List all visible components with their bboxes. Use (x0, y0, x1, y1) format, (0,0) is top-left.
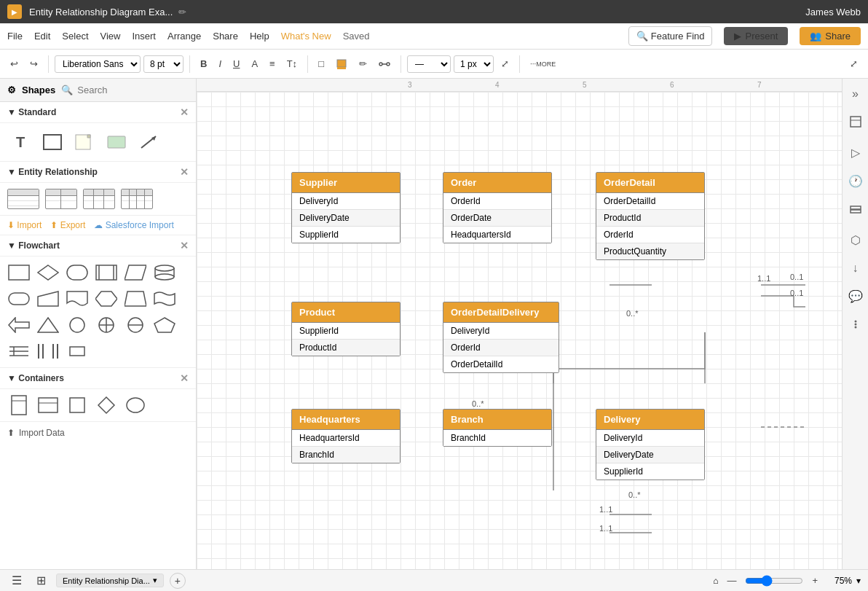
fc-circle[interactable] (66, 315, 89, 335)
more-button[interactable]: ···MORE (526, 57, 560, 71)
play-right-icon[interactable]: ▷ (848, 143, 863, 163)
section-entity-relationship[interactable]: ▼ Entity Relationship ✕ (0, 162, 196, 183)
underline-button[interactable]: U (229, 55, 244, 72)
section-standard[interactable]: ▼ Standard ✕ (0, 102, 196, 123)
format-icon[interactable] (846, 112, 865, 134)
share-button[interactable]: 👥 Share (800, 27, 861, 45)
export-button[interactable]: ⬆ Export (50, 220, 85, 230)
menu-insert[interactable]: Insert (132, 31, 156, 42)
entity-branch[interactable]: Branch BranchId (443, 409, 552, 447)
clock-icon[interactable]: 🕐 (845, 171, 866, 191)
fill-button[interactable]: □ (314, 55, 328, 72)
font-size-select[interactable]: 8 pt (143, 55, 184, 73)
connection-style-button[interactable] (374, 55, 395, 73)
er-shape-1[interactable] (7, 189, 39, 209)
zoom-in-button[interactable]: + (808, 572, 822, 589)
gear-icon[interactable]: ⚙ (7, 85, 16, 95)
line-style-select[interactable]: — (407, 55, 451, 73)
present-button[interactable]: ▶ Present (724, 27, 788, 45)
search-input[interactable] (77, 85, 197, 95)
italic-button[interactable]: I (214, 55, 226, 72)
zoom-dropdown-icon[interactable]: ▾ (856, 576, 861, 586)
font-color-button[interactable]: A (247, 55, 262, 72)
fc-cross-circle[interactable] (95, 315, 118, 335)
menu-file[interactable]: File (7, 31, 23, 42)
ct-list[interactable] (7, 395, 31, 415)
fc-xor[interactable] (124, 315, 147, 335)
fc-arrow-left[interactable] (7, 315, 31, 335)
fill-color-button[interactable] (331, 55, 352, 73)
add-page-button[interactable]: + (170, 573, 186, 589)
zoom-slider[interactable] (745, 575, 803, 587)
fc-double-bar[interactable] (36, 341, 60, 361)
import-data-button[interactable]: ⬆ Import Data (0, 421, 196, 444)
section-flowchart[interactable]: ▼ Flowchart ✕ (0, 235, 196, 257)
connection-end-button[interactable]: ⤢ (497, 55, 513, 72)
fc-list[interactable] (7, 341, 31, 361)
color-rect-shape[interactable] (103, 129, 130, 155)
rect-shape[interactable] (39, 129, 66, 155)
align-button[interactable]: ≡ (265, 55, 280, 72)
menu-edit[interactable]: Edit (34, 31, 50, 42)
salesforce-import-button[interactable]: ☁ Salesforce Import (94, 220, 173, 230)
ct-ellipse[interactable] (124, 395, 147, 415)
fc-subroutine[interactable] (95, 262, 118, 283)
ct-swimlane-h[interactable] (36, 395, 60, 415)
font-family-select[interactable]: Liberation Sans (55, 55, 141, 73)
arrow-shape[interactable] (135, 129, 162, 155)
er-shape-3[interactable] (83, 189, 115, 209)
note-shape[interactable] (71, 129, 98, 155)
import-button[interactable]: ⬇ Import (7, 220, 42, 230)
home-icon[interactable]: ⌂ (713, 576, 718, 586)
page-tab[interactable]: Entity Relationship Dia... ▾ (56, 574, 164, 587)
menu-share[interactable]: Share (213, 31, 238, 42)
fc-small-rect[interactable] (66, 341, 89, 361)
fc-trapezoid[interactable] (124, 289, 147, 309)
ct-rect[interactable] (66, 395, 89, 415)
entity-headquarters[interactable]: Headquarters HeadquartersId BranchId (291, 409, 401, 463)
line-width-select[interactable]: 1 px (454, 55, 494, 73)
list-view-button[interactable]: ☰ (7, 571, 26, 590)
grid-view-button[interactable]: ⊞ (32, 571, 50, 590)
entity-order-detail-delivery[interactable]: OrderDetailDelivery DeliveryId OrderId O… (443, 302, 559, 373)
fullscreen-button[interactable]: ⤢ (845, 55, 862, 72)
fc-rect[interactable] (7, 262, 31, 283)
fc-round-rect[interactable] (66, 262, 89, 283)
menu-help[interactable]: Help (250, 31, 269, 42)
collapse-right-icon[interactable]: » (849, 85, 861, 103)
fc-triangle[interactable] (36, 315, 60, 335)
canvas[interactable]: 1..1 0..1 0..1 1..* 0..* 0..* 1..* 1..* … (197, 92, 842, 569)
fc-pentagon[interactable] (153, 315, 176, 335)
er-shape-4[interactable] (121, 189, 153, 209)
edit-title-icon[interactable]: ✏ (178, 7, 186, 17)
entity-product[interactable]: Product SupplierId ProductId (291, 302, 401, 356)
er-shape-2[interactable] (45, 189, 77, 209)
fc-doc[interactable] (66, 289, 89, 309)
download-icon[interactable]: ↓ (850, 259, 861, 278)
entity-supplier[interactable]: Supplier DeliveryId DeliveryDate Supplie… (291, 172, 401, 243)
feature-find-button[interactable]: 🔍 Feature Find (628, 26, 713, 46)
entity-order[interactable]: Order OrderId OrderDate HeadquartersId (443, 172, 552, 243)
undo-button[interactable]: ↩ (6, 55, 23, 72)
fc-tape[interactable] (153, 289, 176, 309)
text-shape[interactable]: T (7, 129, 33, 155)
menu-view[interactable]: View (100, 31, 121, 42)
entity-order-detail[interactable]: OrderDetail OrderDetailId ProductId Orde… (596, 172, 705, 260)
fc-manual-input[interactable] (36, 289, 60, 309)
comment-icon[interactable]: 💬 (845, 286, 866, 306)
line-color-button[interactable]: ✏ (355, 55, 371, 72)
fc-begin-end[interactable] (7, 289, 31, 309)
fc-cylinder[interactable] (153, 262, 176, 283)
extras-icon[interactable] (846, 315, 865, 337)
close-flowchart-icon[interactable]: ✕ (180, 240, 189, 251)
menu-whats-new[interactable]: What's New (281, 31, 331, 42)
fc-hexagon[interactable] (95, 289, 118, 309)
zoom-out-button[interactable]: — (722, 572, 741, 589)
redo-button[interactable]: ↪ (25, 55, 42, 72)
close-containers-icon[interactable]: ✕ (180, 372, 189, 384)
fc-diamond[interactable] (36, 262, 60, 283)
hexagon-icon[interactable]: ⬡ (848, 230, 864, 250)
text-dir-button[interactable]: T↕ (283, 55, 301, 72)
entity-delivery[interactable]: Delivery DeliveryId DeliveryDate Supplie… (596, 409, 705, 480)
close-er-icon[interactable]: ✕ (180, 166, 189, 178)
